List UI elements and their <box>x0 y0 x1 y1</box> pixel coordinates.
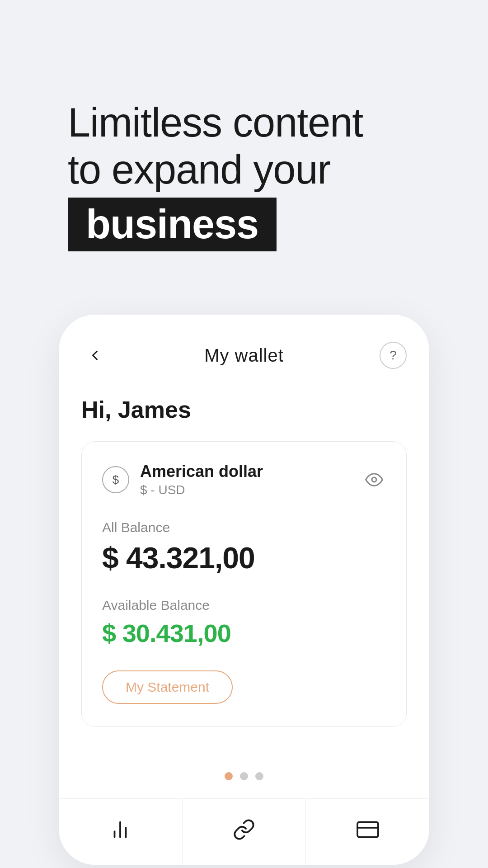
bottom-tabs <box>59 798 429 865</box>
hero-highlight: business <box>68 198 277 251</box>
hero-text: Limitless content to expand your <box>68 99 420 193</box>
svg-rect-4 <box>357 822 378 837</box>
wallet-title: My wallet <box>204 345 284 366</box>
card-icon <box>355 817 380 842</box>
chart-icon <box>108 817 133 842</box>
carousel-dots <box>81 754 407 798</box>
available-balance-section: Available Balance $ 30.431,00 <box>102 598 386 648</box>
currency-details: American dollar $ - USD <box>140 462 263 497</box>
hero-line1: Limitless content <box>68 100 363 145</box>
currency-name: American dollar <box>140 462 263 481</box>
tab-link[interactable] <box>183 799 306 865</box>
help-button[interactable]: ? <box>380 342 407 369</box>
dot-2[interactable] <box>240 772 248 780</box>
back-button[interactable] <box>81 342 108 369</box>
my-statement-button[interactable]: My Statement <box>102 670 233 704</box>
available-balance-label: Available Balance <box>102 598 386 613</box>
visibility-toggle[interactable] <box>362 468 386 491</box>
phone-container: My wallet ? Hi, James $ American dollar … <box>59 315 429 865</box>
svg-point-0 <box>372 477 376 482</box>
wallet-card: $ American dollar $ - USD All Balance $ … <box>81 441 407 727</box>
greeting-text: Hi, James <box>81 396 407 423</box>
link-icon <box>231 817 257 842</box>
currency-info: $ American dollar $ - USD <box>102 462 263 497</box>
currency-row: $ American dollar $ - USD <box>102 462 386 497</box>
hero-section: Limitless content to expand your busines… <box>0 0 488 288</box>
phone-header: My wallet ? <box>81 342 407 369</box>
available-balance-amount: $ 30.431,00 <box>102 618 386 648</box>
tab-chart[interactable] <box>59 799 183 865</box>
hero-line2: to expand your <box>68 147 330 192</box>
all-balance-section: All Balance $ 43.321,00 <box>102 520 386 575</box>
dot-3[interactable] <box>255 772 263 780</box>
all-balance-amount: $ 43.321,00 <box>102 541 386 575</box>
all-balance-label: All Balance <box>102 520 386 535</box>
dot-1[interactable] <box>225 772 233 780</box>
dollar-icon: $ <box>102 466 129 493</box>
tab-card[interactable] <box>306 799 429 865</box>
currency-code: $ - USD <box>140 483 263 497</box>
